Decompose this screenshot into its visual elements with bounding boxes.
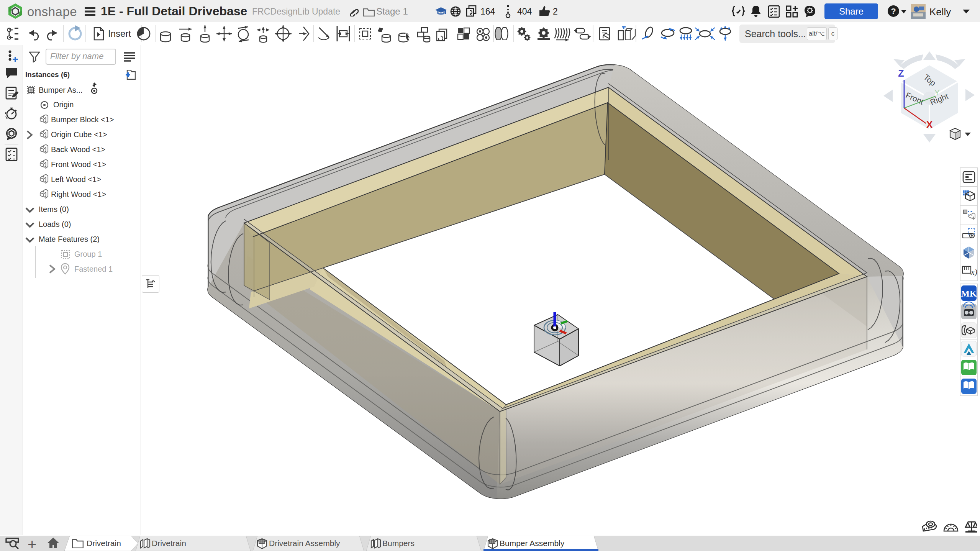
svg-text:X: X <box>926 119 933 130</box>
svg-text:x): x) <box>970 267 977 277</box>
svg-text:MK: MK <box>961 289 977 298</box>
svg-text:Z: Z <box>898 68 904 79</box>
svg-text:Y: Y <box>934 88 940 97</box>
